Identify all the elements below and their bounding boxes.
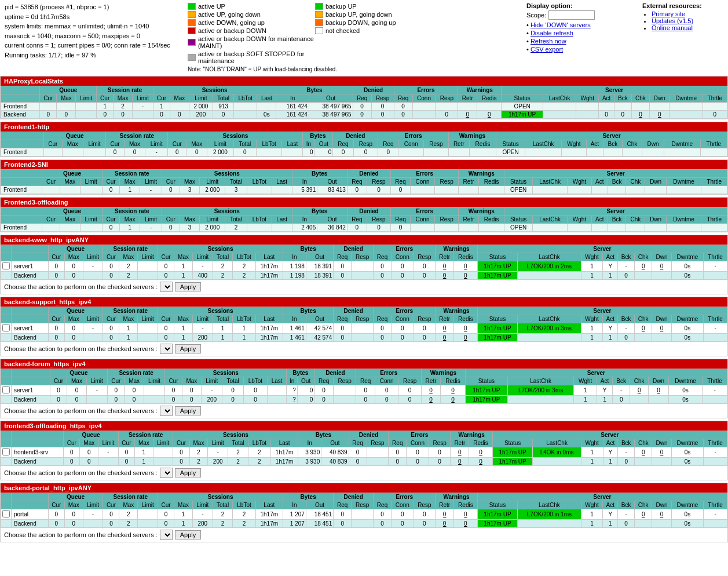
scope-label: Scope: [526, 12, 546, 19]
table-row: Backend000201200221h17m1 20718 451000000… [1, 520, 727, 528]
section-title: Frontend1-http [1, 122, 727, 132]
lastchk-cell: L7OK/200 in 1ms [518, 509, 581, 520]
display-option-link[interactable]: Hide 'DOWN' servers [531, 21, 591, 28]
table-row: frontend3-srv00-0102-221h17m3 93040 8390… [1, 447, 727, 458]
status-cell: 1h17m UP [465, 385, 507, 396]
table-row: Backend00000020000?00000001h17m UP1100s [1, 396, 727, 404]
display-option-link[interactable]: Disable refresh [531, 30, 573, 37]
action-select[interactable] [160, 406, 173, 416]
status-cell: 1h17m UP [465, 396, 507, 404]
external-resources: External resources: Primary siteUpdates … [642, 2, 723, 74]
external-resource-link[interactable]: Online manual [652, 24, 693, 31]
status-cell: 1h17m UP [502, 111, 543, 119]
row-name: Frontend [1, 148, 44, 156]
table-row: Frontend00-002 000000000OPEN [1, 148, 727, 156]
table-row: Frontend01-032 00022 40536 842000OPEN [1, 224, 727, 232]
section-backend-portal-http-ipvANY: backend-portal_http_ipvANYQueueSession r… [0, 483, 728, 542]
action-label: Choose the action to perform on the chec… [4, 283, 158, 290]
row-name: server1 [12, 261, 49, 272]
action-row: Choose the action to perform on the chec… [1, 280, 727, 294]
section-title: HAProxyLocalStats [1, 76, 727, 86]
server-checkbox[interactable] [2, 262, 10, 269]
table-row: server100-0000-00?00000001h17m UPL7OK/20… [1, 385, 727, 396]
lastchk-cell [543, 111, 576, 119]
apply-button[interactable]: Apply [175, 406, 202, 415]
lastchk-cell: L4OK in 0ms [533, 447, 581, 458]
action-label: Choose the action to perform on the chec… [4, 345, 158, 352]
table-row: Backend000102200221h17m3 93040 839000000… [1, 458, 727, 466]
server-checkbox[interactable] [2, 510, 10, 517]
external-resource-link[interactable]: Primary site [652, 10, 685, 17]
section-backend-forum-https-ipv4: backend-forum_https_ipv4QueueSession rat… [0, 359, 728, 418]
action-label: Choose the action to perform on the chec… [4, 407, 158, 414]
server-checkbox[interactable] [2, 448, 10, 455]
section-title: backend-support_https_ipv4 [1, 297, 727, 307]
row-name: Backend [12, 272, 49, 280]
action-select[interactable] [160, 282, 173, 292]
section-frontend3-offloading: Frontend3-offloadingQueueSession rateSes… [0, 197, 728, 232]
action-row: Choose the action to perform on the chec… [1, 404, 727, 418]
lastchk-cell [532, 224, 568, 232]
section-backend-www-http-ipvANY: backend-www_http_ipvANYQueueSession rate… [0, 235, 728, 294]
system-info: pid = 53858 (process #1, nbproc = 1)upti… [5, 2, 170, 74]
action-row: Choose the action to perform on the chec… [1, 466, 727, 480]
legend-note: Note: "NOLB"/"DRAIN" = UP with load-bala… [188, 65, 509, 74]
status-cell: OPEN [504, 224, 532, 232]
lastchk-cell: L7OK/200 in 3ms [518, 323, 581, 334]
section-frontend2-sni: Frontend2-SNIQueueSession rateSessionsBy… [0, 159, 728, 195]
lastchk-cell: L7OK/200 in 3ms [507, 385, 574, 396]
display-options: Display option: Scope: • Hide 'DOWN' ser… [526, 2, 631, 74]
status-cell: 1h17m UP [477, 261, 518, 272]
scope-input[interactable] [548, 10, 595, 20]
section-backend-support-https-ipv4: backend-support_https_ipv4QueueSession r… [0, 297, 728, 356]
lastchk-cell [507, 396, 574, 404]
status-cell: 1h17m UP [477, 520, 518, 528]
server-checkbox[interactable] [2, 386, 10, 393]
lastchk-cell [532, 186, 568, 194]
action-select[interactable] [160, 530, 173, 540]
row-name: Frontend [1, 224, 42, 232]
status-cell: 1h17m UP [492, 447, 532, 458]
status-cell: OPEN [504, 186, 532, 194]
top-bar: pid = 53858 (process #1, nbproc = 1)upti… [0, 0, 728, 76]
table-row: Backend000201400221h17m1 19818 391000000… [1, 272, 727, 280]
table-row: portal00-0201-221h17m1 20718 4510000001h… [1, 509, 727, 520]
server-checkbox[interactable] [2, 324, 10, 331]
table-row: server100-0201-221h17m1 19818 3910000001… [1, 261, 727, 272]
table-row: server100-0101-111h17m1 46142 5740000001… [1, 323, 727, 334]
section-title: backend-forum_https_ipv4 [1, 359, 727, 369]
status-cell: 1h17m UP [477, 509, 518, 520]
display-option-link[interactable]: Refresh now [531, 38, 566, 45]
section-frontend1-http: Frontend1-httpQueueSession rateSessionsB… [0, 122, 728, 157]
status-cell: 1h17m UP [477, 334, 518, 342]
status-cell: OPEN [496, 148, 525, 156]
apply-button[interactable]: Apply [175, 468, 202, 477]
row-name: frontend3-srv [12, 447, 64, 458]
action-select[interactable] [160, 344, 173, 354]
status-cell: 1h17m UP [477, 272, 518, 280]
action-label: Choose the action to perform on the chec… [4, 531, 158, 538]
row-name: Backend [12, 520, 49, 528]
lastchk-cell [518, 520, 581, 528]
apply-button[interactable]: Apply [175, 344, 202, 353]
apply-button[interactable]: Apply [175, 530, 202, 539]
status-cell: 1h17m UP [477, 323, 518, 334]
section-haproxy-local-stats: HAProxyLocalStatsQueueSession rateSessio… [0, 76, 728, 119]
row-name: server1 [12, 323, 49, 334]
action-row: Choose the action to perform on the chec… [1, 528, 727, 542]
row-name: Backend [1, 111, 40, 119]
row-name: portal [12, 509, 49, 520]
display-options-label: Display option: [526, 2, 631, 9]
action-label: Choose the action to perform on the chec… [4, 469, 158, 476]
status-cell: OPEN [502, 103, 543, 111]
table-row: Backend00000020000s161 42438 497 9650000… [1, 111, 727, 119]
table-row: Frontend12-12 000913161 42438 497 965000… [1, 103, 727, 111]
table-row: Backend000101200111h17m1 46142 574000000… [1, 334, 727, 342]
action-select[interactable] [160, 468, 173, 478]
apply-button[interactable]: Apply [175, 282, 202, 291]
row-name: Backend [12, 334, 49, 342]
legend-section: active UPbackup UPactive UP, going downb… [182, 2, 515, 74]
external-resource-link[interactable]: Updates (v1.5) [652, 17, 693, 24]
display-option-link[interactable]: CSV export [531, 46, 563, 53]
lastchk-cell [518, 334, 581, 342]
